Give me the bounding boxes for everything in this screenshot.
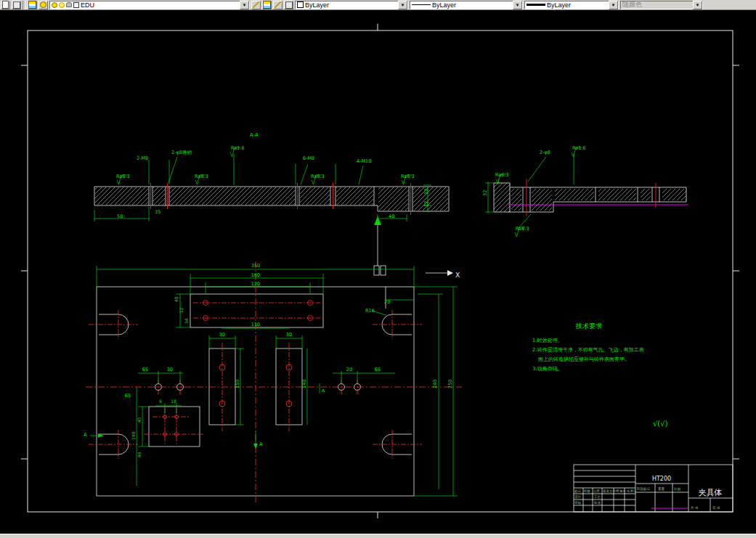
dimension-label: 比例: [674, 487, 681, 492]
open-drawing-button[interactable]: [12, 1, 21, 9]
side-section-view: [485, 147, 688, 237]
dimension-label: 6-M8: [303, 155, 314, 161]
dimension-label: 65: [375, 367, 381, 372]
dimension-label: 2-M8: [137, 155, 148, 161]
layer-thaw-icon[interactable]: [59, 2, 65, 8]
new-drawing-button[interactable]: [1, 1, 10, 9]
dimension-label: 12: [179, 307, 184, 313]
dimension-label: Ra6.3: [311, 174, 325, 179]
layer-on-icon[interactable]: [52, 2, 57, 8]
make-object-layer-current-button[interactable]: [251, 1, 261, 9]
dimension-label: 设计: [574, 494, 582, 499]
dimension-label: 40: [389, 213, 394, 219]
dimension-label: 20: [346, 367, 352, 372]
model-space-canvas[interactable]: A-A2-M82-φ8锥销Ra1.6Ra6.3Ra6.36-M8Ra6.34-M…: [0, 10, 756, 534]
dimension-label: 140: [301, 380, 307, 388]
tech-req-line: 1.时效处理。: [532, 338, 563, 343]
layer-combo-dropdown-arrow[interactable]: ▼: [240, 1, 249, 9]
dimension-label: 32: [482, 190, 488, 196]
material-label: HT200: [652, 476, 671, 482]
ucs-x-arrow: [447, 270, 453, 276]
viewport-grip[interactable]: [381, 266, 386, 275]
dimension-label: 35: [155, 209, 160, 215]
tech-req-line: 2.铸件应清理干净，不得有气孔、飞边，有加工表: [532, 346, 644, 353]
tech-req-title: 技术要求: [575, 322, 602, 330]
dimension-label: A: [259, 441, 263, 447]
dimension-label: 2-φ8锥销: [171, 150, 192, 155]
surface-finish-note: √(√): [653, 420, 668, 428]
layer-color-swatch[interactable]: [73, 2, 79, 8]
dimension-label: 110: [251, 322, 260, 327]
dimension-label: 10: [423, 189, 429, 195]
dimension-label: Ra6.3: [495, 172, 509, 178]
color-combo-dropdown-arrow[interactable]: ▼: [398, 1, 407, 9]
viewport-grip[interactable]: [374, 266, 379, 275]
match-properties-button[interactable]: [273, 1, 283, 9]
dimension-label: 34: [184, 318, 189, 324]
dimension-label: A: [84, 432, 87, 438]
ucs-x-label: X: [455, 272, 460, 279]
layers-icon: [263, 1, 271, 9]
dimension-label: 工艺: [594, 494, 601, 499]
dimension-label: 签名: [619, 489, 626, 493]
dimension-label: 共 张: [691, 506, 699, 510]
dimension-label: 140: [131, 431, 136, 440]
lineweight-control-combo[interactable]: ByLayer ▼: [524, 1, 619, 9]
dimension-label: R16: [365, 308, 375, 314]
lineweight-combo-dropdown-arrow[interactable]: ▼: [609, 1, 618, 9]
dimension-label: 年月日: [627, 489, 637, 493]
dimension-label: 30: [219, 332, 225, 338]
color-control-combo[interactable]: ByLayer ▼: [295, 1, 408, 9]
dimension-label: 审核: [574, 501, 582, 505]
toolbar-separator: [23, 1, 26, 9]
dimension-label: 分区: [593, 489, 601, 493]
linetype-control-combo[interactable]: ByLayer ▼: [410, 1, 523, 9]
dimension-label: 40: [174, 296, 179, 302]
dimension-label: 150: [235, 380, 240, 388]
dimension-label: 30: [286, 332, 292, 338]
lineweight-sample-icon: [527, 4, 545, 6]
layer-name: EDU: [81, 1, 94, 9]
dimension-label: 20: [384, 299, 390, 305]
bulb-icon: [40, 1, 46, 8]
layer-states-button[interactable]: [38, 1, 48, 9]
current-color-swatch: [297, 1, 304, 8]
layer-properties-button[interactable]: [28, 1, 37, 9]
dimension-label: Ra6.3: [116, 174, 130, 179]
lineweight-control-value: ByLayer: [547, 1, 571, 9]
dimension-label: Ra6.3: [516, 226, 529, 232]
dimension-label: 45: [137, 417, 142, 423]
dimension-label: 2-φ8: [540, 150, 550, 155]
sheet-icon: [13, 1, 20, 9]
brush-icon: [275, 1, 281, 8]
command-line-edge[interactable]: [0, 534, 756, 538]
linetype-combo-dropdown-arrow[interactable]: ▼: [513, 1, 522, 9]
dimension-lines: [90, 266, 458, 496]
section-title: A-A: [250, 132, 259, 138]
dimension-label: 标记: [574, 489, 582, 494]
dimension-label: 240: [432, 380, 438, 388]
dimension-label: A: [322, 388, 325, 393]
dimension-label: 处数: [584, 489, 591, 493]
dimension-label: 350: [251, 263, 260, 269]
dimension-label: 9: [159, 399, 162, 404]
dimension-label: 65: [125, 393, 131, 399]
plan-view: [86, 261, 462, 504]
dimension-label: 65: [142, 367, 148, 372]
layer-lock-icon[interactable]: [66, 2, 72, 7]
top-toolbar: EDU ▼ ByLayer ▼ ByLayer ▼ ByLayer ▼ 随颜色 …: [0, 0, 756, 10]
dimension-label: 第 张: [712, 506, 720, 510]
dimension-label: 120: [251, 281, 260, 287]
layer-combo[interactable]: EDU ▼: [49, 1, 250, 9]
plotstyle-combo-dropdown-arrow: ▼: [693, 1, 702, 9]
part-name-label: 夹具体: [699, 488, 723, 497]
centerlines: [86, 261, 462, 504]
layer-previous-button[interactable]: [262, 1, 272, 9]
wand-icon: [253, 1, 259, 8]
drawing-viewport[interactable]: A-A2-M82-φ8锥销Ra1.6Ra6.3Ra6.36-M8Ra6.34-M…: [0, 10, 756, 534]
linetype-control-value: ByLayer: [432, 1, 456, 9]
properties-button[interactable]: [284, 1, 293, 9]
layers-icon: [28, 1, 36, 9]
dimension-label: 批准: [593, 501, 601, 505]
plotstyle-control-value: 随颜色: [622, 0, 642, 9]
